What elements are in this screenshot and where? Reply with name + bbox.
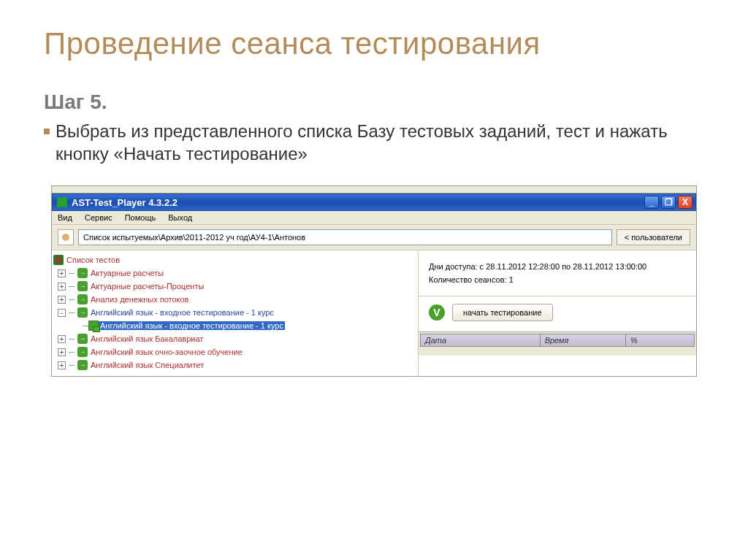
user-icon[interactable] bbox=[58, 229, 74, 245]
folder-icon bbox=[77, 268, 88, 278]
folder-icon bbox=[77, 334, 88, 344]
tree-item-selected[interactable]: Английский язык - входное тестирование -… bbox=[53, 319, 413, 332]
expand-icon[interactable]: + bbox=[58, 335, 66, 343]
tree-item-label: Английский язык - входное тестирование -… bbox=[91, 308, 274, 317]
menu-bar: Вид Сервис Помощь Выход bbox=[52, 211, 696, 225]
check-icon: V bbox=[429, 304, 445, 321]
tree-item[interactable]: + Английский язык Специалитет bbox=[53, 358, 413, 372]
tree-item[interactable]: + Актуарные расчеты bbox=[53, 266, 413, 280]
tree-item-label: Английский язык Специалитет bbox=[91, 361, 204, 369]
col-time[interactable]: Время bbox=[541, 334, 626, 346]
app-icon bbox=[57, 197, 67, 207]
menu-view[interactable]: Вид bbox=[58, 213, 72, 222]
tree-item-label: Анализ денежных потоков bbox=[91, 295, 188, 304]
users-button[interactable]: < пользователи bbox=[617, 229, 690, 245]
menu-exit[interactable]: Выход bbox=[168, 213, 192, 222]
maximize-button[interactable]: ❐ bbox=[661, 196, 676, 209]
expand-icon[interactable]: + bbox=[58, 361, 66, 369]
tree-item[interactable]: + Английский язык Бакалавриат bbox=[53, 332, 413, 345]
window-titlebar[interactable]: AST-Test_Player 4.3.2.2 _ ❐ X bbox=[52, 193, 696, 211]
tree-item-label: Английский язык Бакалавриат bbox=[91, 334, 203, 343]
tree-item-label: Английский язык очно-заочное обучение bbox=[91, 348, 243, 356]
tree-item-label: Английский язык - входное тестирование -… bbox=[99, 321, 285, 330]
bullet-icon bbox=[44, 129, 50, 134]
start-test-button[interactable]: начать тестирование bbox=[452, 304, 553, 321]
collapse-icon[interactable]: - bbox=[58, 309, 66, 317]
tree-item[interactable]: + Анализ денежных потоков bbox=[53, 293, 413, 306]
tree-item[interactable]: + Английский язык очно-заочное обучение bbox=[53, 345, 413, 358]
expand-icon[interactable]: + bbox=[58, 296, 66, 304]
breadcrumb-path[interactable]: Список испытуемых\Архив\2011-2012 уч год… bbox=[78, 229, 612, 245]
step-text: Выбрать из представленного списка Базу т… bbox=[56, 120, 704, 165]
close-button[interactable]: X bbox=[678, 196, 692, 209]
tree-root-icon bbox=[53, 255, 64, 265]
toolbar: Список испытуемых\Архив\2011-2012 уч год… bbox=[52, 225, 696, 250]
slide-title: Проведение сеанса тестирования bbox=[44, 26, 704, 61]
tree-root[interactable]: Список тестов bbox=[53, 255, 413, 265]
info-panel: Дни доступа: с 28.11.2012 12:28:00 по 28… bbox=[419, 250, 696, 296]
expand-icon[interactable]: + bbox=[58, 283, 66, 291]
folder-icon bbox=[77, 281, 88, 291]
expand-icon[interactable]: + bbox=[58, 269, 66, 277]
session-count: Количество сеансов: 1 bbox=[429, 275, 686, 284]
tree-item[interactable]: + Актуарные расчеты-Проценты bbox=[53, 280, 413, 293]
folder-icon bbox=[77, 294, 88, 304]
folder-icon bbox=[77, 360, 88, 370]
folder-icon bbox=[77, 347, 88, 357]
test-icon bbox=[88, 321, 99, 331]
step-label: Шаг 5. bbox=[44, 91, 704, 114]
tree-item[interactable]: - Английский язык - входное тестирование… bbox=[53, 306, 413, 319]
expand-icon[interactable]: + bbox=[58, 348, 66, 356]
app-screenshot: AST-Test_Player 4.3.2.2 _ ❐ X Вид Сервис… bbox=[51, 185, 697, 377]
tree-item-label: Актуарные расчеты-Проценты bbox=[91, 282, 204, 291]
folder-icon bbox=[77, 307, 88, 318]
col-date[interactable]: Дата bbox=[421, 334, 541, 346]
window-title: AST-Test_Player 4.3.2.2 bbox=[72, 197, 178, 208]
tree-root-label: Список тестов bbox=[66, 256, 120, 264]
menu-service[interactable]: Сервис bbox=[85, 213, 112, 222]
menu-help[interactable]: Помощь bbox=[125, 213, 156, 222]
minimize-button[interactable]: _ bbox=[644, 196, 659, 209]
results-table: Дата Время % bbox=[419, 331, 696, 356]
tree-panel: Список тестов + Актуарные расчеты + Акту… bbox=[52, 250, 419, 376]
col-percent[interactable]: % bbox=[626, 334, 694, 346]
access-dates: Дни доступа: с 28.11.2012 12:28:00 по 28… bbox=[429, 262, 686, 271]
tree-item-label: Актуарные расчеты bbox=[91, 269, 164, 277]
